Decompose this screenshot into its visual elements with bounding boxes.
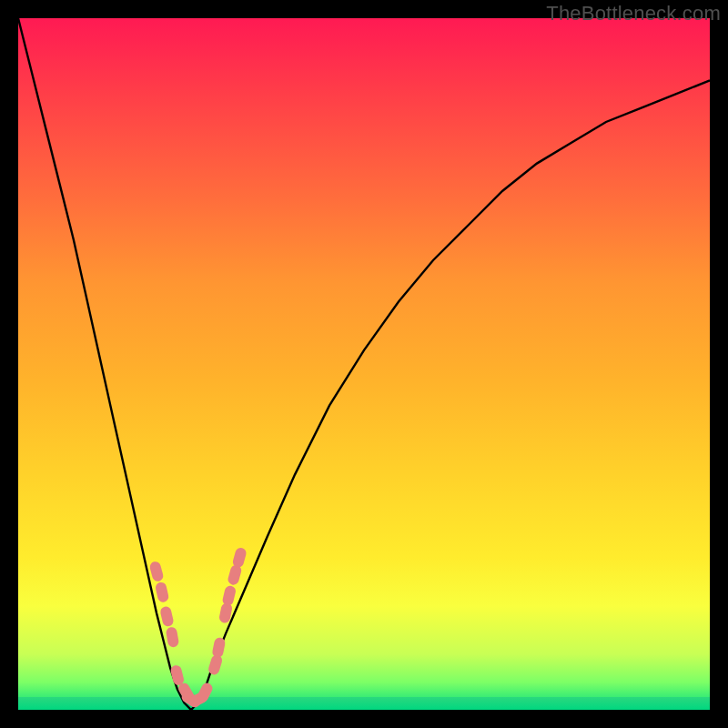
plot-inner [18, 18, 710, 710]
curve-marker [159, 605, 175, 627]
curve-marker [148, 561, 164, 582]
curve-marker [155, 581, 170, 603]
curve-layer [18, 18, 710, 710]
curve-marker [221, 585, 237, 607]
curve-markers [148, 547, 248, 710]
chart-stage: TheBottleneck.com [0, 0, 728, 728]
bottleneck-curve-path [18, 18, 710, 710]
plot-frame [18, 18, 710, 710]
curve-marker [211, 637, 226, 659]
curve-marker [169, 664, 185, 686]
curve-marker [227, 564, 242, 586]
curve-marker [231, 547, 247, 569]
curve-marker [166, 626, 180, 648]
